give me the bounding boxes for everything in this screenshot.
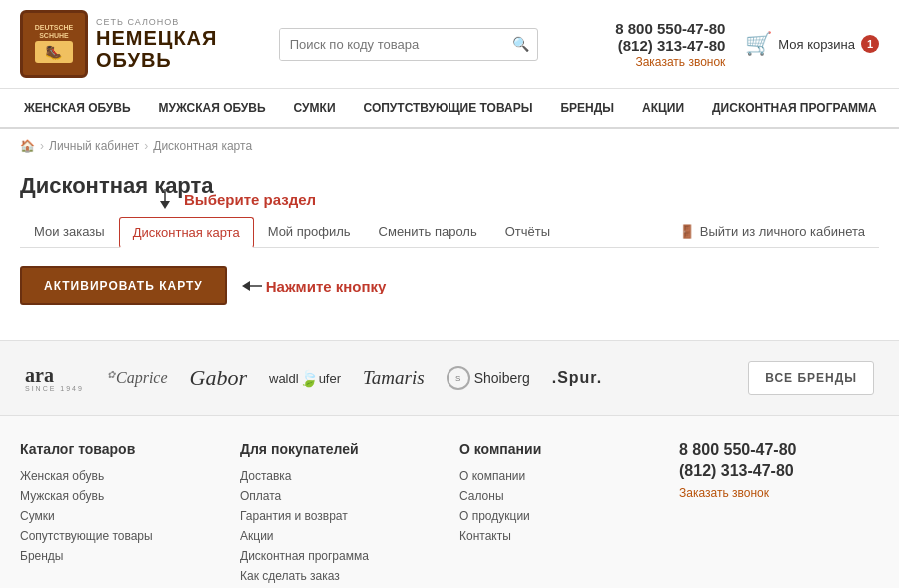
footer-col2-title: Для покупателей	[240, 441, 440, 457]
search-box: 🔍	[279, 28, 538, 61]
logo-sub: ОБУВЬ	[96, 49, 217, 71]
spur-logo: .Spur.	[552, 369, 602, 387]
breadcrumb-personal[interactable]: Личный кабинет	[49, 139, 139, 153]
footer-link-warranty[interactable]: Гарантия и возврат	[240, 509, 440, 523]
footer-col-company: О компании О компании Салоны О продукции…	[459, 441, 659, 588]
footer-link-discount-program[interactable]: Дисконтная программа	[240, 549, 440, 563]
phones: 8 800 550-47-80 (812) 313-47-80 Заказать…	[615, 20, 725, 69]
tab-reports[interactable]: Отчёты	[491, 216, 564, 247]
brand-spur[interactable]: .Spur.	[552, 369, 602, 387]
nav-item-men[interactable]: МУЖСКАЯ ОБУВЬ	[145, 89, 280, 127]
footer-link-women[interactable]: Женская обувь	[20, 469, 220, 483]
page-title: Дисконтная карта	[20, 173, 879, 199]
logout-label: Выйти из личного кабинета	[700, 224, 865, 239]
brand-gabor[interactable]: Gabor	[190, 365, 247, 391]
tamaris-logo: Tamaris	[363, 367, 425, 389]
footer-phone2: (812) 313-47-80	[679, 462, 879, 480]
tooltip-select-text: Выберите раздел	[184, 191, 316, 208]
footer-link-how-to-order[interactable]: Как сделать заказ	[240, 569, 440, 583]
ara-since: SINCE 1949	[25, 385, 85, 392]
nav-item-women[interactable]: ЖЕНСКАЯ ОБУВЬ	[10, 89, 145, 127]
caprice-logo: ✿ Caprice	[107, 369, 168, 387]
waldlaufer-logo: waldl🍃ufer	[269, 369, 341, 388]
tab-password[interactable]: Сменить пароль	[365, 216, 491, 247]
breadcrumb-current: Дисконтная карта	[153, 139, 252, 153]
callback-link[interactable]: Заказать звонок	[635, 55, 725, 69]
footer-col-buyers: Для покупателей Доставка Оплата Гарантия…	[240, 441, 440, 588]
breadcrumb-sep2: ›	[144, 139, 148, 153]
brand-tamaris[interactable]: Tamaris	[363, 367, 425, 389]
brand-caprice[interactable]: ✿ Caprice	[107, 369, 168, 387]
header: DEUTSCHE SCHUHE 🥾 сеть салонов НЕМЕЦКАЯ …	[0, 0, 899, 89]
footer-link-delivery[interactable]: Доставка	[240, 469, 440, 483]
activate-area: АКТИВИРОВАТЬ КАРТУ Нажмите кнопку	[20, 266, 879, 305]
tab-logout[interactable]: 🚪 Выйти из личного кабинета	[665, 216, 879, 247]
footer-phone1: 8 800 550-47-80	[679, 441, 879, 459]
logo[interactable]: DEUTSCHE SCHUHE 🥾 сеть салонов НЕМЕЦКАЯ …	[20, 10, 217, 78]
contacts-area: 8 800 550-47-80 (812) 313-47-80 Заказать…	[599, 20, 879, 69]
search-button[interactable]: 🔍	[504, 29, 537, 59]
search-input[interactable]	[280, 29, 504, 60]
shoiberg-logo: S Shoiberg	[447, 366, 530, 390]
footer-col-contacts: 8 800 550-47-80 (812) 313-47-80 Заказать…	[679, 441, 879, 588]
phone-second: (812) 313-47-80	[615, 37, 725, 54]
cart-label: Моя корзина	[778, 37, 855, 52]
footer-link-about[interactable]: О компании	[459, 469, 659, 483]
footer-col3-title: О компании	[459, 441, 659, 457]
footer-callback[interactable]: Заказать звонок	[679, 486, 769, 500]
cart-area[interactable]: 🛒 Моя корзина 1	[745, 31, 879, 57]
logo-small: сеть салонов	[96, 17, 217, 27]
nav-item-accessories[interactable]: СОПУТСТВУЮЩИЕ ТОВАРЫ	[350, 89, 547, 127]
footer-grid: Каталог товаров Женская обувь Мужская об…	[20, 441, 879, 588]
tab-orders[interactable]: Мои заказы	[20, 216, 119, 247]
search-area: 🔍	[217, 28, 599, 61]
tab-profile[interactable]: Мой профиль	[254, 216, 365, 247]
cart-badge: 1	[861, 35, 879, 53]
nav-item-bags[interactable]: СУМКИ	[280, 89, 350, 127]
tab-tooltip: Выберите раздел	[150, 189, 316, 209]
ara-logo: ara	[25, 365, 85, 385]
logout-icon: 🚪	[679, 224, 695, 239]
breadcrumb: 🏠 › Личный кабинет › Дисконтная карта	[0, 129, 899, 163]
brand-ara[interactable]: ara SINCE 1949	[25, 365, 85, 392]
cart-icon: 🛒	[745, 31, 772, 57]
breadcrumb-sep1: ›	[40, 139, 44, 153]
footer-link-products[interactable]: О продукции	[459, 509, 659, 523]
phone-main: 8 800 550-47-80	[615, 20, 725, 37]
brand-waldlaufer[interactable]: waldl🍃ufer	[269, 369, 341, 388]
footer-col1-title: Каталог товаров	[20, 441, 220, 457]
svg-marker-3	[242, 281, 250, 291]
footer-link-accessories[interactable]: Сопутствующие товары	[20, 529, 220, 543]
all-brands-button[interactable]: ВСЕ БРЕНДЫ	[748, 361, 874, 395]
tabs-row: Мои заказы Дисконтная карта Мой профиль …	[20, 211, 879, 248]
footer-link-men[interactable]: Мужская обувь	[20, 489, 220, 503]
nav-item-sales[interactable]: АКЦИИ	[628, 89, 698, 127]
logo-text: сеть салонов НЕМЕЦКАЯ ОБУВЬ	[96, 17, 217, 71]
tabs-container: Выберите раздел Мои заказы Дисконтная ка…	[20, 211, 879, 248]
footer-link-brands[interactable]: Бренды	[20, 549, 220, 563]
logo-icon: DEUTSCHE SCHUHE 🥾	[20, 10, 88, 78]
main-content: Дисконтная карта Выберите раздел Мои зак…	[0, 163, 899, 340]
brands-section: ara SINCE 1949 ✿ Caprice Gabor waldl🍃ufe…	[0, 340, 899, 416]
logo-brand: НЕМЕЦКАЯ	[96, 27, 217, 49]
arrow-left-icon	[242, 277, 262, 294]
tooltip-click-text: Нажмите кнопку	[266, 278, 387, 294]
footer-link-salons[interactable]: Салоны	[459, 489, 659, 503]
nav-item-discount[interactable]: ДИСКОНТНАЯ ПРОГРАММА	[698, 89, 891, 127]
footer-link-payment[interactable]: Оплата	[240, 489, 440, 503]
footer: Каталог товаров Женская обувь Мужская об…	[0, 416, 899, 588]
footer-link-bags[interactable]: Сумки	[20, 509, 220, 523]
footer-link-contacts[interactable]: Контакты	[459, 529, 659, 543]
arrow-down-icon	[150, 189, 180, 209]
home-icon[interactable]: 🏠	[20, 139, 35, 153]
btn-tooltip: Нажмите кнопку	[242, 277, 387, 294]
svg-marker-1	[160, 201, 170, 209]
main-nav: ЖЕНСКАЯ ОБУВЬ МУЖСКАЯ ОБУВЬ СУМКИ СОПУТС…	[0, 89, 899, 129]
footer-link-actions[interactable]: Акции	[240, 529, 440, 543]
activate-card-button[interactable]: АКТИВИРОВАТЬ КАРТУ	[20, 266, 227, 305]
brand-shoiberg[interactable]: S Shoiberg	[447, 366, 530, 390]
gabor-logo: Gabor	[190, 365, 247, 391]
nav-item-brands[interactable]: БРЕНДЫ	[546, 89, 628, 127]
tab-discount-card[interactable]: Дисконтная карта	[119, 217, 254, 248]
footer-col-catalog: Каталог товаров Женская обувь Мужская об…	[20, 441, 220, 588]
